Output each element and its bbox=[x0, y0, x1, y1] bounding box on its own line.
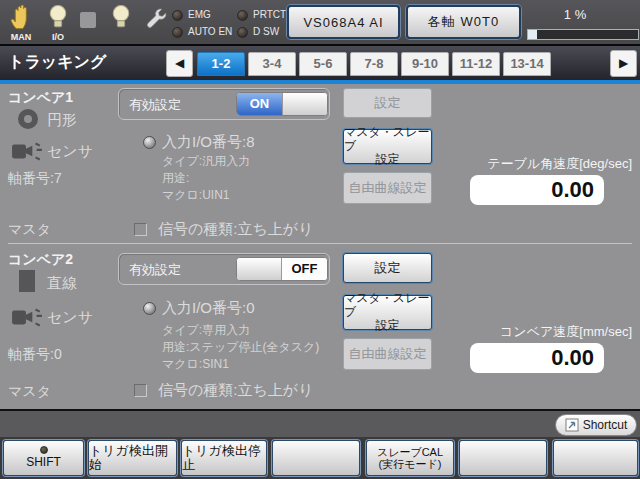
auto-en-label: AUTO EN bbox=[188, 26, 232, 37]
conveyor2-axis-number: 軸番号:0 bbox=[8, 346, 62, 364]
conveyor2-enable-toggle[interactable]: OFF bbox=[236, 257, 328, 281]
conveyor2-enable-group: 有効設定 OFF bbox=[118, 253, 330, 285]
conveyor2-signal-checkbox[interactable] bbox=[134, 384, 147, 397]
stop-square-icon bbox=[80, 12, 96, 28]
conveyor2-io-type: タイプ:専用入力 bbox=[162, 322, 250, 339]
conveyor1-title: コンベア1 bbox=[8, 89, 73, 107]
slave-cal-line1: スレーブCAL bbox=[377, 446, 443, 458]
fkey-blank-1[interactable] bbox=[272, 440, 360, 476]
shortcut-label: Shortcut bbox=[583, 418, 628, 432]
shift-label: SHIFT bbox=[26, 456, 61, 469]
wrench-icon bbox=[143, 6, 169, 34]
conveyor1-signal-checkbox[interactable] bbox=[134, 223, 147, 236]
tab-13-14[interactable]: 13-14 bbox=[503, 52, 551, 76]
emg-led bbox=[172, 10, 183, 21]
tab-5-6[interactable]: 5-6 bbox=[299, 52, 347, 76]
d-sw-label: D SW bbox=[253, 26, 279, 37]
conveyor2-title: コンベア2 bbox=[8, 251, 73, 269]
sensor-icon bbox=[11, 305, 43, 329]
conveyor1-io-macro: マクロ:UIN1 bbox=[162, 187, 230, 204]
tab-7-8[interactable]: 7-8 bbox=[350, 52, 398, 76]
section-divider bbox=[8, 243, 632, 244]
slave-cal-line2: (実行モード) bbox=[379, 458, 442, 470]
conveyor2-shape-label: 直線 bbox=[47, 274, 77, 293]
conveyor2-speed-value: 0.00 bbox=[470, 343, 604, 373]
master-slave-line2: 設定 bbox=[376, 153, 400, 167]
conveyor2-io-macro: マクロ:SIN1 bbox=[162, 356, 229, 373]
man-label: MAN bbox=[5, 32, 37, 42]
io-label: I/O bbox=[44, 32, 72, 42]
conveyor1-io-type: タイプ:汎用入力 bbox=[162, 153, 250, 170]
conveyor2-free-curve-button[interactable]: 自由曲線設定 bbox=[343, 338, 432, 370]
conveyor2-io-usage: 用途:ステップ停止(全タスク) bbox=[162, 339, 319, 356]
conveyor2-enable-label: 有効設定 bbox=[129, 261, 181, 279]
auto-en-led bbox=[172, 27, 183, 38]
top-status-bar: MAN I/O EMG AUTO EN PRTCT D SW VS068A4 A… bbox=[0, 0, 640, 46]
tabs-prev-arrow-button[interactable]: ◀ bbox=[166, 50, 193, 77]
lamp-icon bbox=[110, 4, 132, 31]
coordinate-mode-button[interactable]: 各軸 W0T0 bbox=[406, 5, 521, 39]
title-tab-bar: トラッキング ◀ 1-2 3-4 5-6 7-8 9-10 11-12 13-1… bbox=[0, 46, 640, 84]
toggle-on-segment: ON bbox=[237, 93, 282, 115]
toggle-slider bbox=[282, 93, 327, 115]
fkey-blank-2[interactable] bbox=[459, 440, 547, 476]
shortcut-strip: Shortcut bbox=[0, 409, 640, 437]
toggle-off-segment: OFF bbox=[282, 258, 327, 280]
sensor-icon bbox=[11, 139, 43, 163]
speed-progress-bar bbox=[527, 29, 639, 40]
master-slave-line2: 設定 bbox=[376, 319, 400, 333]
conveyor1-axis-number: 軸番号:7 bbox=[8, 170, 62, 188]
speed-progress-fill bbox=[528, 30, 537, 39]
conveyor1-master-label: マスタ bbox=[8, 221, 51, 239]
tab-3-4[interactable]: 3-4 bbox=[248, 52, 296, 76]
shortcut-button[interactable]: Shortcut bbox=[555, 414, 637, 436]
conveyor2-signal-label: 信号の種類:立ち上がり bbox=[158, 381, 314, 400]
manual-mode-hand-icon bbox=[8, 3, 36, 31]
conveyor1-speed-label: テーブル角速度[deg/sec] bbox=[400, 155, 632, 173]
conveyor2-speed-label: コンベア速度[mm/sec] bbox=[400, 323, 632, 341]
conveyor1-enable-label: 有効設定 bbox=[129, 96, 181, 114]
tabs-next-arrow-button[interactable]: ▶ bbox=[610, 50, 637, 77]
conveyor1-set-button[interactable]: 設定 bbox=[343, 88, 432, 118]
toggle-slider bbox=[237, 258, 282, 280]
conveyor1-free-curve-button[interactable]: 自由曲線設定 bbox=[343, 172, 432, 204]
prtct-label: PRTCT bbox=[253, 9, 286, 20]
shift-led bbox=[40, 446, 48, 454]
prtct-led bbox=[237, 10, 248, 21]
master-slave-line1: マスタ・スレーブ bbox=[344, 292, 431, 320]
shift-button[interactable]: SHIFT bbox=[3, 440, 84, 476]
conveyor1-sensor-label: センサ bbox=[47, 142, 93, 161]
trigger-detect-start-button[interactable]: トリガ検出開始 bbox=[88, 440, 177, 476]
conveyor1-enable-group: 有効設定 ON bbox=[118, 88, 330, 120]
conveyor1-io-number: 入力I/O番号:8 bbox=[162, 133, 255, 152]
speed-percent: 1 % bbox=[533, 7, 617, 22]
conveyor1-signal-label: 信号の種類:立ち上がり bbox=[158, 220, 314, 239]
conveyor2-master-label: マスタ bbox=[8, 383, 51, 401]
d-sw-led bbox=[237, 27, 248, 38]
trigger-detect-stop-button[interactable]: トリガ検出停止 bbox=[181, 440, 267, 476]
shortcut-arrow-icon bbox=[565, 418, 579, 432]
main-area: コンベア1 円形 センサ 軸番号:7 マスタ 有効設定 ON 設定 入力I/O番… bbox=[0, 84, 640, 409]
robot-type-button[interactable]: VS068A4 AI bbox=[287, 5, 400, 39]
bottom-function-bar: SHIFT トリガ検出開始 トリガ検出停止 スレーブCAL (実行モード) bbox=[0, 437, 640, 479]
conveyor2-sensor-label: センサ bbox=[47, 308, 93, 327]
tab-1-2[interactable]: 1-2 bbox=[197, 52, 245, 76]
line-shape-icon bbox=[19, 270, 35, 292]
conveyor2-io-number: 入力I/O番号:0 bbox=[162, 299, 255, 318]
conveyor2-io-radio[interactable] bbox=[143, 302, 156, 315]
slave-cal-button[interactable]: スレーブCAL (実行モード) bbox=[366, 440, 454, 476]
conveyor1-speed-value: 0.00 bbox=[470, 175, 604, 205]
tab-11-12[interactable]: 11-12 bbox=[452, 52, 500, 76]
conveyor2-set-button[interactable]: 設定 bbox=[343, 253, 432, 283]
conveyor1-io-usage: 用途: bbox=[162, 170, 189, 187]
conveyor1-shape-label: 円形 bbox=[47, 111, 77, 130]
io-lamp-icon bbox=[47, 4, 69, 31]
circle-shape-icon bbox=[18, 109, 38, 129]
tab-9-10[interactable]: 9-10 bbox=[401, 52, 449, 76]
conveyor1-io-radio[interactable] bbox=[143, 136, 156, 149]
fkey-blank-3[interactable] bbox=[553, 440, 638, 476]
page-title: トラッキング bbox=[8, 52, 106, 73]
emg-label: EMG bbox=[188, 9, 211, 20]
conveyor1-enable-toggle[interactable]: ON bbox=[236, 92, 328, 116]
master-slave-line1: マスタ・スレーブ bbox=[344, 126, 431, 154]
